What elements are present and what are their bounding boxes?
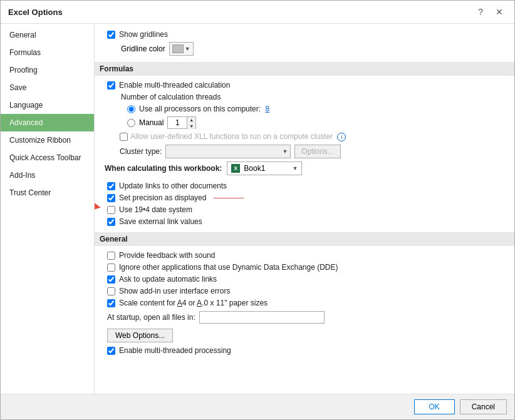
close-button[interactable]: ✕ (492, 6, 507, 18)
manual-label: Manual (139, 118, 164, 127)
when-calculating-label: When calculating this workbook: (105, 164, 222, 173)
update-links-checkbox[interactable] (107, 182, 115, 190)
spin-down-button[interactable]: ▼ (187, 123, 195, 130)
gridline-color-label: Gridline color (107, 44, 165, 53)
allow-xll-checkbox[interactable] (120, 133, 128, 141)
ok-button[interactable]: OK (414, 399, 455, 414)
at-startup-label: At startup, open all files in: (107, 313, 195, 322)
enable-multithreaded-row: Enable multi-threaded calculation (105, 81, 504, 90)
enable-mt-processing-checkbox[interactable] (107, 347, 115, 355)
ask-update-links-checkbox[interactable] (107, 275, 115, 284)
feedback-label: Provide feedback with sound (119, 251, 215, 260)
workbook-dropdown[interactable]: X Book1 ▼ (227, 161, 302, 175)
update-links-row: Update links to other documents (105, 182, 504, 190)
formulas-section-header: Formulas (95, 62, 514, 76)
web-options-button[interactable]: Web Options... (107, 329, 173, 342)
show-addin-errors-checkbox[interactable] (107, 287, 115, 295)
sidebar-item-advanced[interactable]: Advanced (1, 114, 94, 131)
dialog-body: General Formulas Proofing Save Language … (1, 24, 514, 394)
title-bar: Excel Options ? ✕ (1, 1, 514, 24)
enable-multithreaded-checkbox[interactable] (107, 81, 115, 90)
workbook-name: Book1 (244, 164, 265, 173)
content-inner: Show gridlines Gridline color ▼ Formulas (95, 24, 514, 383)
sidebar-item-general[interactable]: General (1, 26, 94, 44)
use-1904-row: Use 19•4 date system (105, 205, 504, 214)
spin-up-button[interactable]: ▲ (187, 117, 195, 123)
sidebar: General Formulas Proofing Save Language … (1, 24, 95, 394)
web-options-row: Web Options... (107, 329, 504, 342)
show-gridlines-checkbox[interactable] (107, 31, 115, 39)
cluster-type-row: Cluster type: ▼ Options... (105, 145, 504, 158)
arrow-annotation-svg (95, 194, 105, 225)
set-precision-checkbox[interactable] (107, 194, 115, 202)
cluster-options-button[interactable]: Options... (294, 145, 340, 158)
sidebar-item-formulas[interactable]: Formulas (1, 44, 94, 61)
use-1904-label: Use 19•4 date system (119, 205, 192, 214)
precision-strikethrough: ———— (214, 193, 244, 202)
allow-xll-row: Allow user-defined XLL functions to run … (105, 132, 504, 141)
workbook-select-row: When calculating this workbook: X Book1 … (105, 161, 504, 175)
scale-content-checkbox[interactable] (107, 299, 115, 307)
save-external-row: Save external link values (105, 217, 504, 226)
feedback-row: Provide feedback with sound (105, 251, 504, 260)
feedback-checkbox[interactable] (107, 252, 115, 260)
use-1904-checkbox[interactable] (107, 206, 115, 214)
ignore-other-apps-row: Ignore other applications that use Dynam… (105, 263, 504, 272)
allow-xll-info-icon[interactable]: i (337, 133, 346, 141)
show-addin-errors-row: Show add-in user interface errors (105, 287, 504, 295)
enable-mt-processing-row: Enable multi-threaded processing (105, 346, 504, 355)
startup-files-row: At startup, open all files in: (105, 311, 504, 324)
help-button[interactable]: ? (474, 6, 487, 18)
sidebar-item-add-ins[interactable]: Add-Ins (1, 166, 94, 184)
title-bar-controls: ? ✕ (474, 6, 507, 18)
use-all-processors-label: Use all processors on this computer: 8 (139, 105, 269, 113)
show-addin-errors-label: Show add-in user interface errors (119, 287, 230, 295)
sidebar-item-trust-center[interactable]: Trust Center (1, 184, 94, 202)
sidebar-item-save[interactable]: Save (1, 79, 94, 96)
general-section-header: General (95, 232, 514, 246)
gridline-color-dropdown-arrow: ▼ (185, 46, 190, 52)
cluster-type-dropdown[interactable]: ▼ (165, 145, 291, 158)
show-gridlines-row: Show gridlines (105, 30, 504, 39)
set-precision-row: Set precision as displayed ———— (105, 193, 504, 202)
gridline-color-button[interactable]: ▼ (169, 42, 194, 56)
gridline-color-row: Gridline color ▼ (105, 42, 504, 56)
main-content: Show gridlines Gridline color ▼ Formulas (95, 24, 514, 394)
sidebar-item-customize-ribbon[interactable]: Customize Ribbon (1, 131, 94, 149)
processor-count: 8 (265, 105, 269, 113)
scale-content-label: Scale content for A4 or A.0 x 11" paper … (119, 299, 268, 307)
allow-xll-label: Allow user-defined XLL functions to run … (130, 132, 346, 141)
dialog-footer: OK Cancel (1, 394, 514, 419)
sidebar-item-proofing[interactable]: Proofing (1, 61, 94, 79)
save-external-label: Save external link values (119, 217, 202, 226)
ignore-other-apps-checkbox[interactable] (107, 264, 115, 272)
manual-spin-input[interactable] (168, 117, 187, 128)
sidebar-item-quick-access-toolbar[interactable]: Quick Access Toolbar (1, 149, 94, 166)
dialog-title: Excel Options (8, 8, 63, 17)
manual-row: Manual ▲ ▼ (105, 116, 504, 129)
use-all-processors-row: Use all processors on this computer: 8 (105, 105, 504, 113)
workbook-dropdown-arrow: ▼ (292, 165, 298, 172)
sidebar-item-language[interactable]: Language (1, 96, 94, 114)
manual-radio[interactable] (127, 119, 135, 127)
ask-update-links-row: Ask to update automatic links (105, 275, 504, 284)
save-external-checkbox[interactable] (107, 218, 115, 226)
enable-mt-processing-label: Enable multi-threaded processing (119, 346, 231, 355)
gridline-color-swatch (172, 44, 184, 53)
num-calc-threads-row: Number of calculation threads (105, 93, 504, 101)
manual-spin-control: ▲ ▼ (167, 116, 196, 129)
show-gridlines-label: Show gridlines (119, 30, 168, 39)
spin-buttons: ▲ ▼ (187, 117, 195, 128)
ask-update-links-label: Ask to update automatic links (119, 275, 217, 284)
scale-content-row: Scale content for A4 or A.0 x 11" paper … (105, 299, 504, 307)
use-all-processors-radio[interactable] (127, 105, 135, 113)
cluster-type-label: Cluster type: (120, 147, 162, 156)
ignore-other-apps-label: Ignore other applications that use Dynam… (119, 263, 338, 272)
excel-icon: X (231, 164, 240, 173)
enable-multithreaded-label: Enable multi-threaded calculation (119, 81, 230, 90)
set-precision-label: Set precision as displayed ———— (119, 193, 244, 202)
cluster-dropdown-arrow: ▼ (282, 148, 288, 155)
startup-path-input[interactable] (199, 311, 325, 324)
update-links-label: Update links to other documents (119, 182, 227, 190)
cancel-button[interactable]: Cancel (460, 399, 507, 414)
